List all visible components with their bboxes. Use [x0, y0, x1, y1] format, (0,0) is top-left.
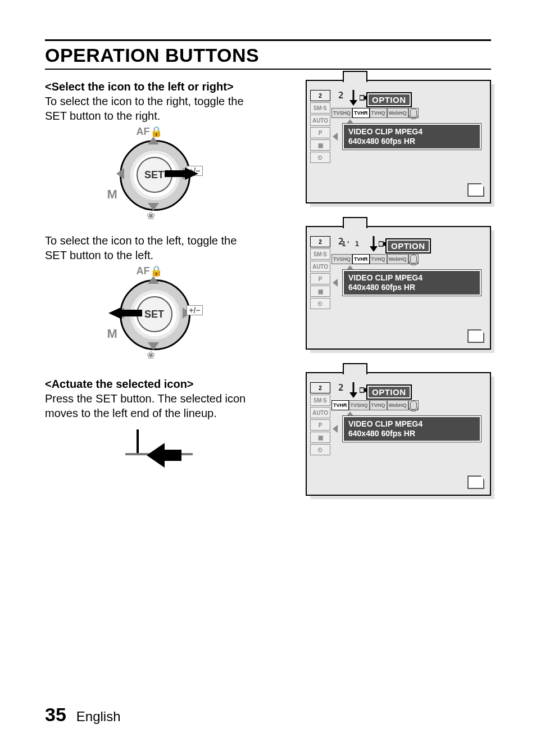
screen-tab: [343, 363, 367, 374]
svg-marker-0: [165, 168, 198, 180]
arrow-down-icon: [349, 382, 357, 400]
screen-tab: [343, 71, 367, 82]
mic-icon: [408, 400, 419, 410]
left-item: 5M·S: [310, 395, 330, 406]
screen-left-column: 2 5M·S AUTO P ▦ ⏲: [310, 90, 330, 163]
left-item: 2: [310, 236, 330, 247]
tooltip-line: VIDEO CLIP MPEG4: [348, 273, 475, 283]
screen-left-column: 2 5M·S AUTO P ▦ ⏲: [310, 236, 330, 309]
mode-chip: WebHQ: [387, 108, 408, 118]
option-badge: OPTION: [367, 93, 411, 106]
tab-indicator: 1' 1: [342, 239, 359, 248]
arrow-down-icon: [349, 90, 357, 108]
left-item: ▦: [310, 432, 330, 443]
mode-chip-selected: TVHR: [352, 254, 370, 264]
page-title: OPERATION BUTTONS: [45, 44, 491, 66]
page-language: English: [76, 709, 121, 725]
section1-para1: To select the icon to the right, toggle …: [45, 94, 261, 123]
svg-rect-15: [360, 388, 364, 392]
left-item: ▦: [310, 286, 330, 297]
dial-label-m-2: M: [107, 327, 117, 341]
sd-card-icon: [467, 329, 484, 343]
left-item: 2: [310, 90, 330, 101]
flower-icon: ❀: [147, 210, 155, 222]
mic-icon: [408, 254, 419, 264]
left-item: P: [310, 419, 330, 431]
caret-left-icon: [333, 133, 338, 141]
screen-tooltip: VIDEO CLIP MPEG4 640x480 60fps HR: [343, 124, 481, 150]
tooltip-line: 640x480 60fps HR: [348, 429, 475, 438]
mode-chip-selected: TVHR: [352, 108, 370, 118]
left-item: 2: [310, 382, 330, 393]
mode-chip: TVHQ: [370, 400, 387, 410]
svg-rect-7: [360, 96, 364, 100]
screen-mode-row: TVHR TVSHQ TVHQ WebHQ: [331, 400, 419, 410]
dial-left-triangle: [116, 168, 124, 179]
option-badge: OPTION: [367, 386, 411, 399]
tooltip-line: 640x480 60fps HR: [348, 283, 475, 292]
sd-card-icon: [467, 476, 484, 489]
top-rule: [45, 39, 491, 41]
left-item: ⏲: [310, 298, 330, 309]
left-item: ⏲: [310, 444, 330, 455]
page-number: 35: [45, 704, 66, 726]
mode-chip: TVSHQ: [331, 108, 352, 118]
dial-up-triangle-2: [148, 276, 159, 284]
tooltip-line: VIDEO CLIP MPEG4: [348, 419, 475, 429]
camcorder-icon: [360, 386, 366, 395]
caret-left-icon: [333, 425, 338, 433]
arrow-down-icon: [370, 236, 378, 254]
mode-chip: TVHQ: [370, 254, 387, 264]
dial-label-ev-2: +/−: [187, 305, 202, 315]
dial-label-af-2: AF🔒: [137, 265, 162, 277]
mic-icon: [408, 108, 419, 118]
screen-mode-row: TVSHQ TVHR TVHQ WebHQ: [331, 254, 419, 264]
left-item: 5M·S: [310, 248, 330, 260]
left-item: AUTO: [310, 407, 330, 418]
section1-para2: To select the icon to the left, toggle t…: [45, 233, 261, 262]
mode-chip: WebHQ: [387, 254, 408, 264]
svg-rect-2: [137, 429, 139, 453]
left-item: AUTO: [310, 261, 330, 272]
press-figure: [45, 429, 261, 480]
set-dial-left: AF🔒 SET M +/− ❀: [108, 268, 198, 358]
left-item: 5M·S: [310, 102, 330, 114]
svg-marker-14: [349, 392, 357, 398]
lcd-screen-left-select: 2 OPTION 2 5M·S AUTO P ▦ ⏲: [306, 226, 491, 350]
mode-chip: TVHQ: [370, 108, 387, 118]
left-item: P: [310, 273, 330, 284]
svg-marker-6: [349, 100, 357, 106]
option-badge: OPTION: [387, 239, 430, 252]
svg-rect-11: [379, 242, 383, 246]
svg-marker-1: [108, 307, 142, 319]
screen-tab: [343, 217, 367, 228]
mode-chip-selected: TVHR: [331, 400, 349, 410]
svg-marker-4: [147, 443, 181, 468]
tooltip-line: VIDEO CLIP MPEG4: [348, 127, 475, 137]
camcorder-icon: [379, 239, 385, 248]
screen-tab-digit: 2: [338, 90, 344, 101]
section2-heading: <Actuate the selected icon>: [45, 377, 261, 391]
screen-tooltip: VIDEO CLIP MPEG4 640x480 60fps HR: [343, 416, 481, 442]
arrow-right-icon: [165, 168, 198, 180]
screen-tooltip: VIDEO CLIP MPEG4 640x480 60fps HR: [343, 270, 481, 296]
lcd-screen-right-select: 2 OPTION 2 5M·S AUTO P ▦ ⏲: [306, 80, 491, 203]
section2-para: Press the SET button. The selected icon …: [45, 391, 261, 420]
screen-left-column: 2 5M·S AUTO P ▦ ⏲: [310, 382, 330, 455]
lcd-screen-actuate: 2 OPTION 2 5M·S AUTO P ▦ ⏲: [306, 372, 491, 496]
dial-label-af: AF🔒: [137, 125, 162, 138]
title-underline: [45, 69, 491, 70]
tooltip-line: 640x480 60fps HR: [348, 137, 475, 146]
flower-icon-2: ❀: [147, 349, 155, 361]
left-item: ▦: [310, 139, 330, 151]
section1-heading: <Select the icon to the left or right>: [45, 80, 261, 94]
sd-card-icon: [467, 183, 484, 197]
dial-up-triangle: [148, 137, 159, 144]
mode-chip: TVSHQ: [331, 254, 352, 264]
screen-tab-digit: 2: [338, 382, 344, 393]
set-dial-right: AF🔒 SET M +/− ❀: [108, 129, 198, 219]
left-item: P: [310, 127, 330, 138]
arrow-left-icon: [108, 307, 142, 319]
screen-mode-row: TVSHQ TVHR TVHQ WebHQ: [331, 108, 419, 118]
left-item: ⏲: [310, 152, 330, 163]
